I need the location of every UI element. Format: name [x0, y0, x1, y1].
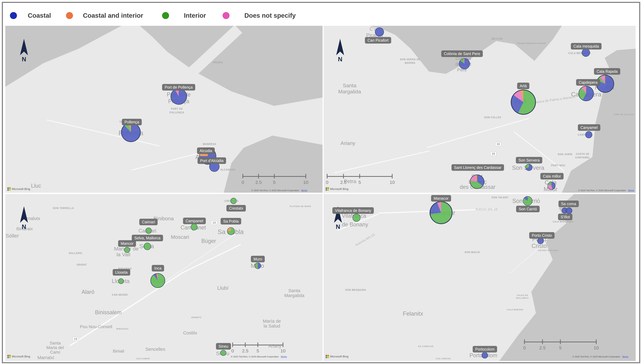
map-panel-top-left[interactable]	[5, 26, 323, 193]
map-text: Ariany	[341, 140, 355, 146]
scale-tick	[327, 174, 328, 178]
bing-logo-icon	[7, 187, 11, 191]
road	[426, 118, 529, 148]
bing-logo: Microsoft Bing	[326, 355, 348, 358]
map-text: PLATGES DE MURO	[290, 205, 311, 208]
terms-link[interactable]: Terms	[622, 355, 628, 358]
bing-logo: Microsoft Bing	[7, 187, 30, 191]
north-arrow: N	[335, 38, 345, 63]
scale-tick	[258, 342, 258, 347]
pie-mancor[interactable]	[124, 247, 130, 253]
bing-logo-icon	[326, 187, 329, 191]
map-text: CAS CONCOS	[436, 358, 451, 360]
sea-region	[324, 194, 636, 361]
place-label-alcudia: Alcúdia	[197, 148, 215, 154]
scale-bar: 02.5510	[524, 340, 596, 352]
pie-portocolom[interactable]	[482, 352, 488, 358]
scale-tick-label: 10	[303, 180, 308, 185]
place-label-cala-mesquida: Cala mesquida	[571, 43, 602, 50]
map-text: Autovia MA-15	[476, 207, 497, 211]
map-text: Camí	[50, 350, 60, 355]
terms-link[interactable]: Terms	[628, 189, 634, 192]
place-label-port-d-alcudia: Port d'Alcúdia	[197, 158, 226, 164]
map-text: SON FULLES	[484, 116, 501, 119]
pie-capdepera[interactable]	[578, 86, 594, 101]
north-arrow-icon	[19, 38, 29, 56]
pie-cala-millor[interactable]	[548, 182, 555, 190]
pie-son-carrio[interactable]	[523, 196, 532, 206]
place-label-crestatx: Crestatx	[226, 205, 246, 212]
place-label-mancor: Mancor	[118, 240, 136, 247]
road-shield: 13	[72, 337, 79, 341]
map-text: Llubí	[217, 285, 229, 291]
scale-tick-label: 5	[358, 180, 361, 185]
pie-muro[interactable]	[255, 262, 261, 269]
attribution-text: © 2025 TomTom, © 2025 Microsoft Corporat…	[578, 189, 626, 192]
pie-sa-pobla[interactable]	[227, 227, 235, 235]
scale-tick	[596, 340, 597, 344]
pie-caimari[interactable]	[146, 228, 152, 234]
pie-lloseta[interactable]	[118, 278, 124, 284]
map-text: Binissalem	[95, 309, 122, 316]
pie-port-de-pollenca[interactable]	[171, 88, 187, 105]
pie-cala-mesquida[interactable]	[582, 48, 590, 57]
pie-can-picafort[interactable]	[375, 28, 384, 36]
place-label-cala-millor: Cala millor	[540, 173, 564, 180]
place-label-sant-llorenc-des-cardassar: Sant Llorenç des Cardassar	[452, 164, 504, 171]
place-label-colonia-de-sant-pere: Colònia de Sant Pere	[441, 50, 483, 57]
scale-bar: 02.5510	[233, 342, 283, 355]
map-text: Moscari	[171, 234, 189, 240]
place-label-s-illot: S'Illot	[558, 214, 572, 220]
scale-tick	[283, 342, 284, 347]
map-text: Santa	[50, 341, 61, 346]
terms-link[interactable]: Terms	[281, 355, 287, 358]
map-text: SON SERRA DE	[400, 58, 420, 61]
north-arrow: N	[19, 206, 29, 230]
map-attribution: © 2025 TomTom, © 2025 Microsoft Corporat…	[578, 189, 634, 192]
map-text: ESTANY D'EN MAS	[538, 249, 558, 252]
pie-s-illot[interactable]	[566, 208, 572, 214]
pie-selva[interactable]	[144, 243, 151, 250]
pie-sant-llorenc-des-cardassar[interactable]	[470, 174, 484, 189]
map-text: CALA MURADA	[507, 308, 523, 311]
road-shield: 13	[211, 220, 217, 225]
legend-label-coastal: Coastal	[28, 12, 51, 19]
pie-vilafranca-de-bonany[interactable]	[352, 214, 360, 222]
pie-pollenca[interactable]	[121, 122, 141, 142]
legend-dot-does-not-specify	[223, 12, 230, 19]
scale-tick	[232, 342, 233, 347]
north-label: N	[19, 56, 29, 63]
terms-link[interactable]: Terms	[301, 189, 307, 192]
map-text: Biniali	[113, 349, 124, 354]
pie-campanet[interactable]	[191, 224, 197, 230]
map-text: Alaró	[82, 289, 94, 295]
map-panel-bottom-right[interactable]	[324, 194, 636, 361]
pie-inca[interactable]	[150, 273, 165, 288]
pie-arta[interactable]	[511, 90, 536, 115]
map-attribution: © 2025 TomTom, © 2025 Microsoft Corporat…	[231, 355, 287, 358]
north-arrow: N	[19, 38, 29, 63]
pie-colonia-de-sant-pere[interactable]	[459, 58, 470, 69]
scale-tick-label: 10	[594, 345, 599, 350]
bing-logo-text: Microsoft Bing	[330, 355, 348, 358]
pie-canyamel[interactable]	[585, 131, 592, 138]
pie-manacor[interactable]	[430, 201, 453, 224]
map-text: SON TALENT	[492, 196, 508, 199]
pie-son-servera[interactable]	[525, 164, 532, 171]
map-text: ALCANADA	[221, 168, 236, 171]
map-text: Lluc	[31, 182, 41, 189]
place-label-muro: Muro	[251, 256, 265, 262]
pie-crestatx[interactable]	[231, 198, 237, 204]
road-shield: 15	[495, 142, 501, 146]
place-label-pollenca: Pollença	[122, 119, 142, 126]
legend-label-interior: Interior	[184, 12, 206, 19]
map-text: SON MACIÀ	[465, 251, 480, 254]
bing-logo-icon	[7, 355, 11, 358]
pie-sineu[interactable]	[221, 350, 226, 356]
place-label-manacor: Manacor	[431, 195, 451, 202]
scale-tick	[359, 174, 360, 178]
legend-dot-coastal	[10, 12, 17, 19]
road-shield: 15	[490, 152, 496, 156]
scale-tick-label: 0	[242, 180, 244, 185]
scale-tick	[274, 174, 275, 178]
